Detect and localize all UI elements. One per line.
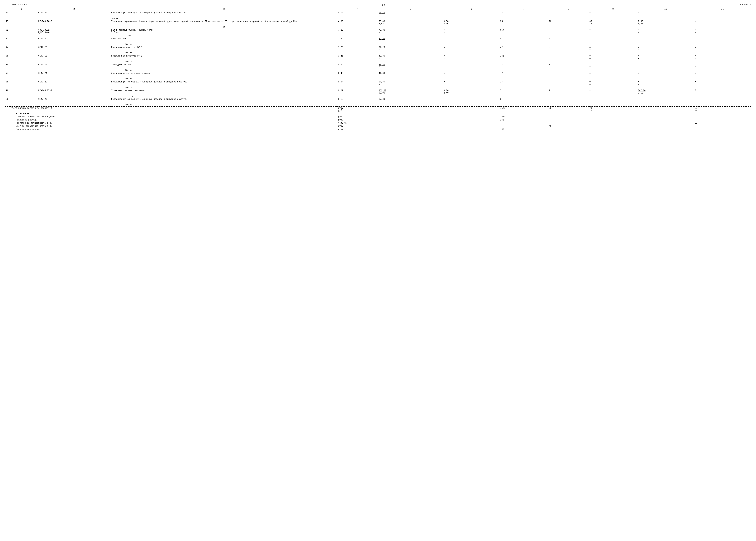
- row-col10: =-: [637, 29, 694, 34]
- subtotal-header: В том числе:: [5, 112, 751, 115]
- col-header-5: 5: [378, 7, 443, 11]
- col-header-9: 9: [589, 7, 637, 11]
- row-col6: =: [443, 46, 500, 51]
- row-col9: =-: [589, 29, 637, 34]
- col-header-10: IO: [637, 7, 694, 11]
- row-qty: 0,I5: [337, 98, 378, 103]
- row-col8: -: [548, 72, 589, 77]
- row-number: 74.: [5, 46, 38, 51]
- row-col5: 42,30-: [378, 54, 443, 60]
- row-description: Установка стальных накладок: [111, 89, 337, 95]
- row-col8: -: [548, 63, 589, 69]
- subtotal-col9: -: [589, 115, 637, 118]
- row-qty: 4,00: [337, 20, 378, 25]
- row-number: 70.: [5, 11, 38, 17]
- row-col6: —=: [443, 11, 500, 17]
- subtotal-col7: 26I: [500, 118, 548, 122]
- subtotal-col10: [637, 118, 694, 122]
- row-col5: I7,80—: [378, 11, 443, 17]
- row-code: E7-285 I7-I: [38, 89, 111, 95]
- row-col10: ==: [637, 98, 694, 103]
- row-col5: 24,50=: [378, 37, 443, 43]
- row-number: 7I.: [5, 20, 38, 25]
- col-header-1: I: [5, 7, 38, 11]
- row-col7: 567: [500, 29, 548, 34]
- row-number: 73.: [5, 37, 38, 43]
- col-header-3: 3: [111, 7, 337, 11]
- summary-col7: I579: [500, 107, 548, 112]
- row-col9: ==: [589, 54, 637, 60]
- table-row: 72. 608-IOO62ЦСМП.8-40 Балки прямоугольн…: [5, 29, 751, 34]
- row-qty: 0,75: [337, 11, 378, 17]
- row-col8: -: [548, 54, 589, 60]
- subtotal-col11: -: [694, 118, 751, 122]
- subtotal-col8: -: [548, 115, 589, 118]
- row-description: Балки прямоугольние, объёмом более,I,5 м…: [111, 29, 337, 34]
- summary-col9: 7026: [589, 107, 637, 112]
- table-row-unit: IOO кт: [5, 60, 751, 63]
- table-row-unit: IOO кт: [5, 103, 751, 107]
- table-row-unit: IOO кт: [5, 51, 751, 54]
- subtotal-unit: руб.: [337, 128, 378, 131]
- row-col6: =-: [443, 54, 500, 60]
- subtotal-col10: [637, 115, 694, 118]
- row-description: Проволочная арматура ВР-I: [111, 46, 337, 51]
- col-header-8: 8: [548, 7, 589, 11]
- subtotal-labor-label: Нормативная трудоемкость в Н.Р.: [5, 122, 337, 125]
- row-qty: 0,02: [337, 89, 378, 95]
- table-row: 79. E7-285 I7-I Установка стальных накла…: [5, 89, 751, 95]
- album-ref: Альбом У: [740, 3, 751, 6]
- row-col10: ==: [637, 72, 694, 77]
- table-row: 70. СI47-29 Металлизация закладных и анк…: [5, 11, 751, 17]
- summary-label: Итого прямые затраты по разделу 4: [5, 107, 337, 112]
- table-row-unit: IOO кт: [5, 43, 751, 46]
- subtotal-construction-label: Стоимость общестроительных работ: [5, 115, 337, 118]
- summary-col11: 8532: [694, 107, 751, 112]
- page-number: I8: [27, 3, 740, 6]
- row-col9: 35I3: [589, 20, 637, 25]
- subtotal-unit: чел.-ч.: [337, 122, 378, 125]
- row-code: СI47-24: [38, 63, 111, 69]
- row-code: СI47-29: [38, 98, 111, 103]
- row-col5: 4I,30=: [378, 72, 443, 77]
- col-header-7: 7: [500, 7, 548, 11]
- row-col11: =-: [694, 54, 751, 60]
- row-code: E7-I43 IO-3: [38, 20, 111, 25]
- row-qty: 2,34: [337, 37, 378, 43]
- row-col7: 3: [500, 98, 548, 103]
- subtotal-overhead: Накладные расходы руб. 26I - - -: [5, 118, 751, 122]
- row-col11: ==: [694, 72, 751, 77]
- table-row: 76. СI47-24 Закладные детали 0,54 4I,30=…: [5, 63, 751, 69]
- summary-col10: [637, 107, 694, 112]
- row-col5: I7,80=: [378, 80, 443, 86]
- column-headers: I 2 3 4 5 6 7 8 9 IO II: [5, 7, 751, 11]
- row-col9: ==: [589, 72, 637, 77]
- row-col10: ==: [637, 11, 694, 17]
- table-row-unit: т: [5, 95, 751, 98]
- row-col10: 7,564,08: [637, 20, 694, 25]
- table-row: 80. СI47-29 Металлизация закладных и анк…: [5, 98, 751, 103]
- row-number: 75.: [5, 54, 38, 60]
- summary-row: Итого прямые затраты по разделу 4 руб.ру…: [5, 107, 751, 112]
- subtotal-col7: -: [500, 125, 548, 128]
- row-description: Проволочная арматура ВР-2: [111, 54, 337, 60]
- subtotal-col10: [637, 128, 694, 131]
- row-qty: 3,46: [337, 54, 378, 60]
- doc-ref: т.п. 503-2-33.88: [5, 3, 27, 6]
- row-col9: ==: [589, 11, 637, 17]
- row-col6: =-: [443, 29, 500, 34]
- subtotal-unit: руб.: [337, 115, 378, 118]
- row-col9: ==: [589, 80, 637, 86]
- row-col11: -: [694, 20, 751, 25]
- row-col7: I46: [500, 54, 548, 60]
- row-qty: 0,54: [337, 63, 378, 69]
- subtotal-col11: -: [694, 128, 751, 131]
- summary-col8: 53: [548, 107, 589, 112]
- table-row-unit: IOO кт: [5, 86, 751, 89]
- row-col8: 2: [548, 89, 589, 95]
- subtotal-col7: I579: [500, 115, 548, 118]
- subtotal-wage: Сметная заработная плата в Н.Р. руб. - 4…: [5, 125, 751, 128]
- row-col11: ==: [694, 63, 751, 69]
- row-col10: ==: [637, 54, 694, 60]
- subtotal-col8: 46: [548, 125, 589, 128]
